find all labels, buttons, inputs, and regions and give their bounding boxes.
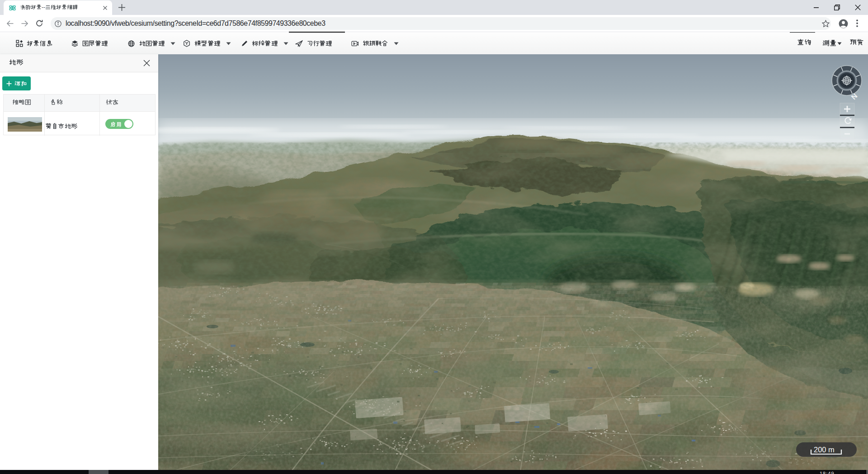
svg-text:200 m: 200 m <box>814 446 835 454</box>
